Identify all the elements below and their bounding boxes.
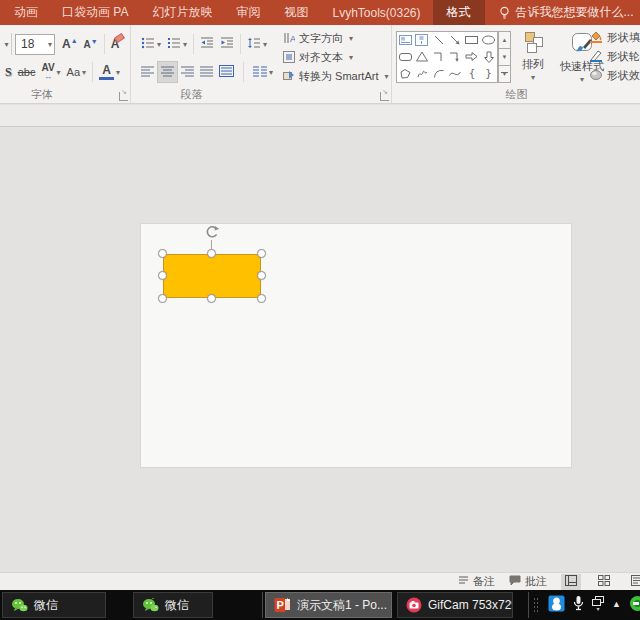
selection-handle-e[interactable] <box>257 271 266 280</box>
clear-formatting-button[interactable]: A <box>108 33 123 55</box>
shape-freeform-icon[interactable] <box>397 65 414 82</box>
divider <box>92 62 93 82</box>
tab-view[interactable]: 视图 <box>272 0 320 25</box>
selection-handle-sw[interactable] <box>158 294 167 303</box>
align-right-button[interactable] <box>178 61 197 83</box>
text-direction-button[interactable]: A 文字方向 ▾ <box>283 31 388 46</box>
shape-arc-icon[interactable] <box>430 65 447 82</box>
text-shadow-button[interactable]: S <box>2 61 15 83</box>
shape-effects-button[interactable]: 形状效果 <box>589 68 640 83</box>
selection-handle-s[interactable] <box>207 294 216 303</box>
change-case-button[interactable]: Aa▾ <box>64 61 89 83</box>
shrink-font-button[interactable]: A▼ <box>81 33 101 55</box>
justify-button[interactable] <box>197 61 216 83</box>
font-color-button[interactable]: A ▾ <box>96 61 123 83</box>
notes-label: 备注 <box>473 574 495 589</box>
reading-view-button[interactable] <box>627 574 640 590</box>
svg-text:P: P <box>277 599 284 611</box>
slide-sorter-icon <box>598 575 610 588</box>
paragraph-group-label: 段落 <box>0 87 391 102</box>
taskbar-wechat-2[interactable]: 微信 <box>133 592 213 618</box>
ribbon-tab-bar: 动画 口袋动画 PA 幻灯片放映 审阅 视图 LvyhTools(0326) 格… <box>0 0 640 25</box>
tab-pocket-animation[interactable]: 口袋动画 PA <box>50 0 140 25</box>
shape-textbox-vertical-icon[interactable] <box>414 32 431 49</box>
tab-animation[interactable]: 动画 <box>2 0 50 25</box>
slide-sorter-view-button[interactable] <box>594 574 614 590</box>
tab-format-active[interactable]: 格式 <box>433 0 485 25</box>
comments-button[interactable]: 批注 <box>509 574 547 589</box>
selection-handle-nw[interactable] <box>158 249 167 258</box>
qq-tray-icon[interactable] <box>548 595 565 612</box>
arrange-button[interactable]: 排列 ▾ <box>515 29 551 91</box>
shape-curve-icon[interactable] <box>447 65 464 82</box>
taskbar-powerpoint[interactable]: P 演示文稿1 - Po... <box>265 592 392 618</box>
tab-review[interactable]: 审阅 <box>224 0 272 25</box>
decrease-indent-button[interactable] <box>197 33 217 55</box>
selection-handle-n[interactable] <box>207 249 216 258</box>
selection-handle-ne[interactable] <box>257 249 266 258</box>
microphone-tray-icon[interactable] <box>573 595 584 612</box>
divider <box>104 34 105 54</box>
tell-me-box[interactable]: 告诉我您想要做什么... <box>499 0 634 25</box>
shape-line-icon[interactable] <box>430 32 447 49</box>
distribute-text-button[interactable] <box>216 61 237 83</box>
shape-rounded-rectangle-icon[interactable] <box>397 49 414 66</box>
shape-oval-icon[interactable] <box>480 32 497 49</box>
distribute-text-icon <box>219 65 234 79</box>
tab-slideshow[interactable]: 幻灯片放映 <box>140 0 224 25</box>
shape-scribble-icon[interactable] <box>414 65 431 82</box>
align-left-button[interactable] <box>138 61 157 83</box>
divider <box>243 62 244 82</box>
slide[interactable] <box>140 223 572 468</box>
shape-textbox-horizontal-icon[interactable] <box>397 32 414 49</box>
notes-button[interactable]: 备注 <box>458 574 495 589</box>
show-hidden-icons-arrow[interactable]: ▲ <box>612 599 621 609</box>
restore-windows-tray-icon[interactable]: ▾ <box>592 596 604 611</box>
selection-handle-w[interactable] <box>158 271 167 280</box>
gallery-more-button[interactable]: ▼ <box>498 66 511 83</box>
taskbar-wechat-1[interactable]: 微信 <box>2 592 106 618</box>
font-name-dropdown-cut[interactable]: ▾ <box>0 33 12 55</box>
increase-indent-button[interactable] <box>217 33 237 55</box>
shape-elbow-arrow-connector-icon[interactable] <box>447 49 464 66</box>
shape-fill-label: 形状填充 <box>607 30 640 45</box>
grow-font-button[interactable]: A▲ <box>59 33 81 55</box>
normal-view-button[interactable] <box>561 574 581 590</box>
align-center-button[interactable] <box>157 61 178 83</box>
shape-elbow-connector-icon[interactable] <box>430 49 447 66</box>
font-size-combo[interactable]: 18 ▾ <box>15 34 55 55</box>
shape-right-brace-icon[interactable]: } <box>480 65 497 82</box>
selection-handle-se[interactable] <box>257 294 266 303</box>
change-case-glyph: Aa <box>67 66 80 78</box>
bullets-icon <box>141 37 155 51</box>
line-spacing-button[interactable]: ▾ <box>244 33 270 55</box>
columns-button[interactable]: ▾ <box>250 61 276 83</box>
shape-arrow-icon[interactable] <box>447 32 464 49</box>
convert-smartart-label: 转换为 SmartArt <box>299 69 378 84</box>
gallery-scroll-down-button[interactable]: ▼ <box>498 49 511 66</box>
ribbon-group-paragraph: ▾ ▾ ▾ <box>132 25 392 103</box>
numbering-button[interactable]: ▾ <box>164 33 190 55</box>
taskbar-gifcam[interactable]: GifCam 753x729 <box>397 592 513 618</box>
shape-triangle-icon[interactable] <box>414 49 431 66</box>
align-text-button[interactable]: 对齐文本 ▾ <box>283 50 388 65</box>
paragraph-dialog-launcher-icon[interactable] <box>380 92 389 101</box>
green-app-tray-icon[interactable] <box>629 595 640 612</box>
rotation-handle-icon[interactable] <box>204 224 220 240</box>
shape-rectangle-icon[interactable] <box>464 32 481 49</box>
selected-rectangle-shape[interactable] <box>163 254 261 298</box>
character-spacing-button[interactable]: AV↔ ▾ <box>38 61 63 83</box>
strikethrough-glyph: abc <box>18 66 36 78</box>
convert-smartart-button[interactable]: 转换为 SmartArt ▾ <box>283 69 388 84</box>
bullets-button[interactable]: ▾ <box>138 33 164 55</box>
shape-outline-button[interactable]: 形状轮廓 <box>589 49 640 64</box>
gallery-scroll-up-button[interactable]: ▲ <box>498 31 511 49</box>
shape-block-arrow-down-icon[interactable] <box>480 49 497 66</box>
shape-left-brace-icon[interactable]: { <box>464 65 481 82</box>
strikethrough-button[interactable]: abc <box>15 61 39 83</box>
shape-block-arrow-right-icon[interactable] <box>464 49 481 66</box>
align-text-icon <box>283 51 295 65</box>
wechat-icon <box>142 598 159 613</box>
shape-fill-button[interactable]: 形状填充 <box>589 30 640 45</box>
tab-lvyhtools[interactable]: LvyhTools(0326) <box>320 0 432 25</box>
